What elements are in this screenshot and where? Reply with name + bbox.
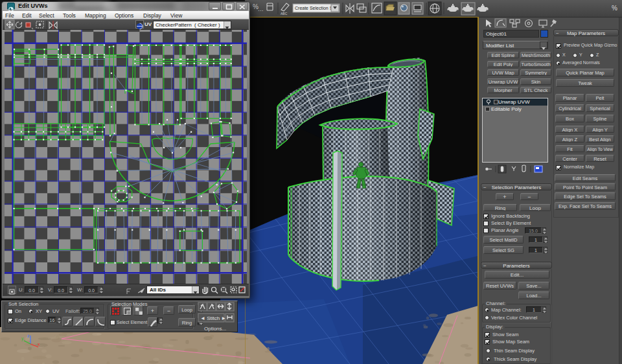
svg-text:◄ Stitch ►: ◄ Stitch ► bbox=[200, 315, 226, 321]
svg-text:%: % bbox=[612, 5, 617, 12]
svg-text:Create Selection Se: Create Selection Se bbox=[295, 6, 335, 10]
svg-text:z: z bbox=[27, 334, 29, 338]
svg-text:⋯: ⋯ bbox=[258, 8, 263, 14]
svg-text:ABC: ABC bbox=[281, 12, 288, 16]
svg-text:Options...: Options... bbox=[204, 326, 226, 332]
